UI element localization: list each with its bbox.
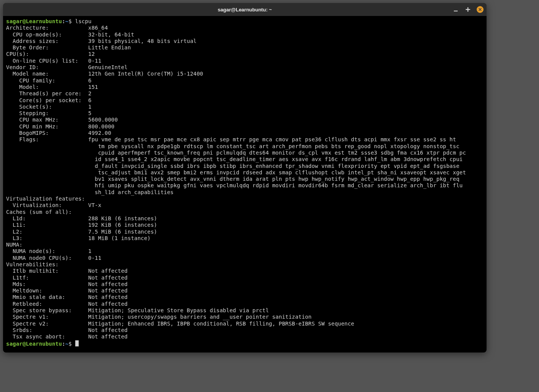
lscpu-row: L2: 7.5 MiB (6 instances): [6, 229, 157, 235]
lscpu-row: Model: 151: [6, 84, 98, 90]
lscpu-flags-cont: d_fault invpcid_single ssbd ibrs ibpb st…: [6, 163, 460, 169]
prompt-path: ~: [65, 18, 69, 24]
lscpu-row: Address sizes: 39 bits physical, 48 bits…: [6, 38, 197, 44]
lscpu-row: CPU(s): 12: [6, 51, 95, 57]
lscpu-row: CPU family: 6: [6, 77, 92, 84]
lscpu-row: Vulnerabilities:: [6, 261, 88, 267]
command-text: lscpu: [75, 18, 92, 24]
lscpu-row: Spectre v2: Mitigation; Enhanced IBRS, I…: [6, 321, 354, 327]
lscpu-flags-cont: tm pbe syscall nx pdpe1gb rdtscp lm cons…: [6, 143, 460, 149]
lscpu-flags-cont: tsc_adjust bmi1 avx2 smep bmi2 erms invp…: [6, 169, 466, 175]
lscpu-row: NUMA node(s): 1: [6, 248, 92, 254]
lscpu-row: Architecture: x86_64: [6, 25, 108, 31]
window-title: sagar@Learnubuntu: ~: [3, 7, 487, 13]
close-icon[interactable]: [477, 6, 484, 13]
lscpu-flags-cont: bv1 xsaves split_lock_detect avx_vnni dt…: [6, 176, 463, 182]
lscpu-row: CPU op-mode(s): 32-bit, 64-bit: [6, 32, 134, 38]
prompt-sep: :: [62, 18, 65, 24]
lscpu-row: CPU min MHz: 800.0000: [6, 123, 114, 130]
lscpu-row: NUMA node0 CPU(s): 0-11: [6, 255, 101, 261]
maximize-icon[interactable]: [464, 6, 471, 13]
lscpu-row: L3: 18 MiB (1 instance): [6, 235, 151, 241]
terminal-window: sagar@Learnubuntu: ~ sagar@Learnubuntu:~…: [3, 3, 487, 352]
titlebar[interactable]: sagar@Learnubuntu: ~: [3, 3, 487, 16]
lscpu-row: Srbds: Not affected: [6, 327, 128, 333]
terminal-body[interactable]: sagar@Learnubuntu:~$ lscpu Architecture:…: [3, 16, 487, 352]
lscpu-row: Tsx async abort: Not affected: [6, 334, 128, 340]
lscpu-row: Meltdown: Not affected: [6, 288, 128, 294]
lscpu-row: CPU max MHz: 5600.0000: [6, 117, 118, 123]
lscpu-row: Virtualization features:: [6, 196, 88, 202]
window-controls: [452, 6, 484, 13]
lscpu-row: NUMA:: [6, 242, 88, 248]
lscpu-row: L1tf: Not affected: [6, 275, 128, 281]
prompt-sep: :: [62, 341, 65, 347]
lscpu-row: Thread(s) per core: 2: [6, 90, 92, 96]
lscpu-row: Virtualization: VT-x: [6, 202, 101, 208]
cursor: [75, 340, 79, 346]
prompt-user-host: sagar@Learnubuntu: [6, 341, 62, 347]
lscpu-row: L1i: 192 KiB (6 instances): [6, 222, 157, 228]
prompt-dollar: $: [68, 341, 75, 347]
prompt-path: ~: [65, 341, 69, 347]
minimize-icon[interactable]: [452, 6, 459, 13]
svg-rect-0: [454, 11, 458, 11]
lscpu-row: Mmio stale data: Not affected: [6, 294, 128, 300]
lscpu-flags-cont: sh_l1d arch_capabilities: [6, 189, 174, 195]
lscpu-row: Stepping: 5: [6, 110, 92, 116]
lscpu-row: Caches (sum of all):: [6, 209, 88, 215]
prompt-user-host: sagar@Learnubuntu: [6, 18, 62, 24]
lscpu-row: Core(s) per socket: 6: [6, 97, 92, 103]
lscpu-flags-cont: id sse4_1 sse4_2 x2apic movbe popcnt tsc…: [6, 156, 463, 162]
lscpu-row: L1d: 288 KiB (6 instances): [6, 215, 157, 221]
lscpu-row: Vendor ID: GenuineIntel: [6, 64, 128, 70]
lscpu-row: Flags: fpu vme de pse tsc msr pae mce cx…: [6, 136, 456, 142]
lscpu-row: Itlb multihit: Not affected: [6, 268, 128, 274]
lscpu-row: Socket(s): 1: [6, 104, 92, 110]
lscpu-row: Spec store bypass: Mitigation; Speculati…: [6, 307, 269, 313]
lscpu-row: BogoMIPS: 4992.00: [6, 130, 111, 136]
lscpu-row: Retbleed: Not affected: [6, 301, 128, 307]
lscpu-row: On-line CPU(s) list: 0-11: [6, 58, 101, 64]
svg-rect-2: [466, 9, 470, 10]
lscpu-flags-cont: cpuid aperfmperf tsc_known_freq pni pclm…: [6, 150, 466, 156]
lscpu-row: Mds: Not affected: [6, 281, 128, 287]
lscpu-row: Model name: 12th Gen Intel(R) Core(TM) i…: [6, 71, 203, 77]
lscpu-row: Spectre v1: Mitigation; usercopy/swapgs …: [6, 314, 312, 320]
lscpu-flags-cont: hfi umip pku ospke waitpkg gfni vaes vpc…: [6, 182, 463, 188]
lscpu-row: Byte Order: Little Endian: [6, 44, 131, 51]
prompt-dollar: $: [68, 18, 75, 24]
